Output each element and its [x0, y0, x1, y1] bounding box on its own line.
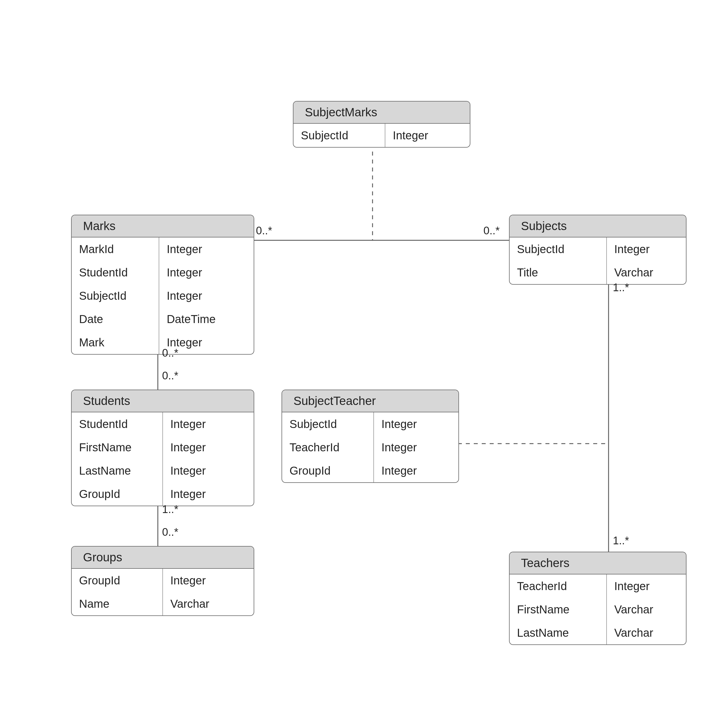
entity-subjectteacher: SubjectTeacher SubjectId TeacherId Group…	[281, 390, 459, 483]
entity-subjectmarks: SubjectMarks SubjectId Integer	[293, 101, 470, 148]
multiplicity-label: 1..*	[613, 281, 629, 294]
field-type: Integer	[374, 459, 459, 482]
field-type: Integer	[163, 569, 254, 592]
field-name: SubjectId	[294, 124, 385, 147]
entity-title: Marks	[72, 215, 254, 237]
field-name: FirstName	[72, 436, 162, 459]
field-type: Varchar	[607, 261, 686, 284]
field-name: StudentId	[72, 261, 159, 284]
field-type: Integer	[374, 412, 459, 436]
multiplicity-label: 0..*	[162, 370, 178, 382]
field-name: SubjectId	[282, 412, 373, 436]
entity-students: Students StudentId FirstName LastName Gr…	[71, 390, 254, 506]
multiplicity-label: 1..*	[162, 503, 178, 515]
entity-subjects: Subjects SubjectId Title Integer Varchar	[509, 215, 687, 284]
entity-title: Teachers	[509, 552, 686, 574]
field-type: Integer	[163, 412, 254, 436]
field-name: Name	[72, 592, 162, 615]
multiplicity-label: 1..*	[613, 535, 629, 547]
field-name: TeacherId	[282, 436, 373, 459]
field-name: LastName	[509, 621, 606, 644]
field-name: SubjectId	[509, 237, 606, 261]
field-type: Integer	[163, 482, 254, 506]
field-type: Integer	[159, 261, 254, 284]
field-name: TeacherId	[509, 574, 606, 598]
field-type: Integer	[163, 459, 254, 482]
field-name: Date	[72, 307, 159, 331]
field-type: Integer	[159, 237, 254, 261]
field-name: GroupId	[72, 482, 162, 506]
field-name: FirstName	[509, 598, 606, 621]
field-type: DateTime	[159, 307, 254, 331]
field-type: Varchar	[163, 592, 254, 615]
field-type: Integer	[163, 436, 254, 459]
field-type: Integer	[385, 124, 470, 147]
field-name: LastName	[72, 459, 162, 482]
entity-teachers: Teachers TeacherId FirstName LastName In…	[509, 552, 687, 645]
field-name: MarkId	[72, 237, 159, 261]
field-type: Varchar	[607, 621, 686, 644]
multiplicity-label: 0..*	[483, 225, 500, 237]
multiplicity-label: 0..*	[162, 347, 178, 359]
field-type: Integer	[159, 284, 254, 307]
entity-groups: Groups GroupId Name Integer Varchar	[71, 546, 254, 616]
multiplicity-label: 0..*	[256, 225, 272, 237]
field-name: Mark	[72, 331, 159, 354]
multiplicity-label: 0..*	[162, 526, 178, 538]
field-name: Title	[509, 261, 606, 284]
entity-title: Subjects	[509, 215, 686, 237]
entity-title: SubjectTeacher	[282, 390, 459, 412]
entity-marks: Marks MarkId StudentId SubjectId Date Ma…	[71, 215, 254, 355]
field-name: GroupId	[72, 569, 162, 592]
entity-title: Students	[72, 390, 254, 412]
entity-title: SubjectMarks	[294, 101, 470, 124]
field-type: Integer	[374, 436, 459, 459]
entity-title: Groups	[72, 547, 254, 569]
field-name: StudentId	[72, 412, 162, 436]
field-name: GroupId	[282, 459, 373, 482]
field-type: Integer	[607, 237, 686, 261]
field-type: Integer	[607, 574, 686, 598]
field-type: Varchar	[607, 598, 686, 621]
field-name: SubjectId	[72, 284, 159, 307]
er-diagram-canvas: SubjectMarks SubjectId Integer Marks Mar…	[0, 0, 728, 728]
